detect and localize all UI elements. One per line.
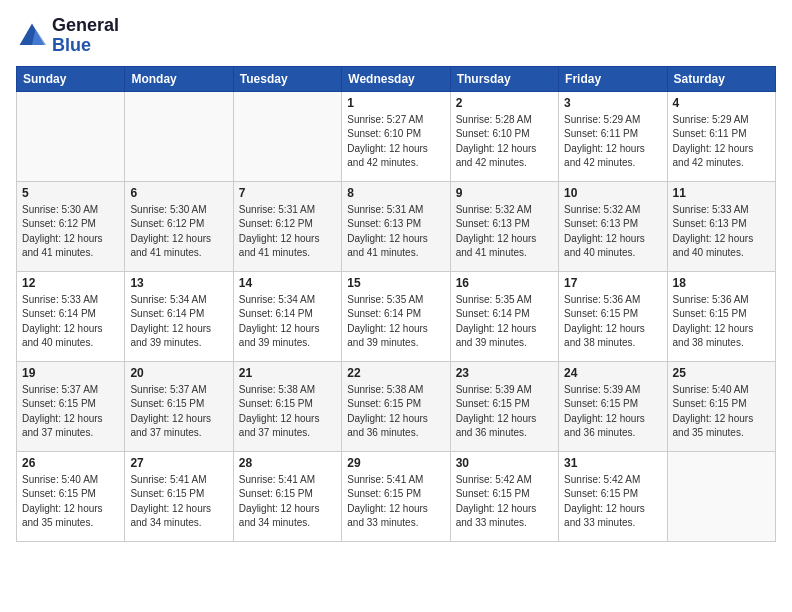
day-number: 28 — [239, 456, 336, 470]
day-info: Sunrise: 5:32 AM Sunset: 6:13 PM Dayligh… — [564, 203, 661, 261]
calendar-cell: 9Sunrise: 5:32 AM Sunset: 6:13 PM Daylig… — [450, 181, 558, 271]
calendar-cell: 3Sunrise: 5:29 AM Sunset: 6:11 PM Daylig… — [559, 91, 667, 181]
day-number: 9 — [456, 186, 553, 200]
day-info: Sunrise: 5:39 AM Sunset: 6:15 PM Dayligh… — [456, 383, 553, 441]
calendar-cell: 12Sunrise: 5:33 AM Sunset: 6:14 PM Dayli… — [17, 271, 125, 361]
calendar-cell: 10Sunrise: 5:32 AM Sunset: 6:13 PM Dayli… — [559, 181, 667, 271]
calendar-cell: 29Sunrise: 5:41 AM Sunset: 6:15 PM Dayli… — [342, 451, 450, 541]
day-number: 25 — [673, 366, 770, 380]
day-number: 31 — [564, 456, 661, 470]
day-info: Sunrise: 5:33 AM Sunset: 6:13 PM Dayligh… — [673, 203, 770, 261]
day-info: Sunrise: 5:28 AM Sunset: 6:10 PM Dayligh… — [456, 113, 553, 171]
day-info: Sunrise: 5:42 AM Sunset: 6:15 PM Dayligh… — [456, 473, 553, 531]
day-info: Sunrise: 5:30 AM Sunset: 6:12 PM Dayligh… — [130, 203, 227, 261]
day-number: 22 — [347, 366, 444, 380]
day-number: 29 — [347, 456, 444, 470]
calendar-cell: 17Sunrise: 5:36 AM Sunset: 6:15 PM Dayli… — [559, 271, 667, 361]
calendar-cell: 31Sunrise: 5:42 AM Sunset: 6:15 PM Dayli… — [559, 451, 667, 541]
day-number: 18 — [673, 276, 770, 290]
calendar-header-row: SundayMondayTuesdayWednesdayThursdayFrid… — [17, 66, 776, 91]
logo-icon — [16, 20, 48, 52]
calendar-cell: 14Sunrise: 5:34 AM Sunset: 6:14 PM Dayli… — [233, 271, 341, 361]
day-number: 11 — [673, 186, 770, 200]
calendar-cell: 16Sunrise: 5:35 AM Sunset: 6:14 PM Dayli… — [450, 271, 558, 361]
day-info: Sunrise: 5:41 AM Sunset: 6:15 PM Dayligh… — [239, 473, 336, 531]
day-info: Sunrise: 5:42 AM Sunset: 6:15 PM Dayligh… — [564, 473, 661, 531]
calendar-cell — [667, 451, 775, 541]
calendar-cell: 8Sunrise: 5:31 AM Sunset: 6:13 PM Daylig… — [342, 181, 450, 271]
day-info: Sunrise: 5:35 AM Sunset: 6:14 PM Dayligh… — [456, 293, 553, 351]
calendar-cell: 27Sunrise: 5:41 AM Sunset: 6:15 PM Dayli… — [125, 451, 233, 541]
day-number: 12 — [22, 276, 119, 290]
day-number: 27 — [130, 456, 227, 470]
calendar-cell: 28Sunrise: 5:41 AM Sunset: 6:15 PM Dayli… — [233, 451, 341, 541]
calendar-header-wednesday: Wednesday — [342, 66, 450, 91]
day-info: Sunrise: 5:36 AM Sunset: 6:15 PM Dayligh… — [564, 293, 661, 351]
day-number: 3 — [564, 96, 661, 110]
calendar-cell: 19Sunrise: 5:37 AM Sunset: 6:15 PM Dayli… — [17, 361, 125, 451]
calendar-cell: 4Sunrise: 5:29 AM Sunset: 6:11 PM Daylig… — [667, 91, 775, 181]
calendar-header-sunday: Sunday — [17, 66, 125, 91]
day-info: Sunrise: 5:41 AM Sunset: 6:15 PM Dayligh… — [130, 473, 227, 531]
day-number: 13 — [130, 276, 227, 290]
calendar-week-5: 26Sunrise: 5:40 AM Sunset: 6:15 PM Dayli… — [17, 451, 776, 541]
day-number: 2 — [456, 96, 553, 110]
day-number: 4 — [673, 96, 770, 110]
day-number: 20 — [130, 366, 227, 380]
day-number: 6 — [130, 186, 227, 200]
calendar-cell: 26Sunrise: 5:40 AM Sunset: 6:15 PM Dayli… — [17, 451, 125, 541]
day-number: 17 — [564, 276, 661, 290]
calendar-cell: 25Sunrise: 5:40 AM Sunset: 6:15 PM Dayli… — [667, 361, 775, 451]
calendar-cell: 13Sunrise: 5:34 AM Sunset: 6:14 PM Dayli… — [125, 271, 233, 361]
day-info: Sunrise: 5:35 AM Sunset: 6:14 PM Dayligh… — [347, 293, 444, 351]
calendar-cell — [233, 91, 341, 181]
day-number: 1 — [347, 96, 444, 110]
calendar-header-saturday: Saturday — [667, 66, 775, 91]
calendar-cell: 7Sunrise: 5:31 AM Sunset: 6:12 PM Daylig… — [233, 181, 341, 271]
calendar-week-2: 5Sunrise: 5:30 AM Sunset: 6:12 PM Daylig… — [17, 181, 776, 271]
calendar-cell: 22Sunrise: 5:38 AM Sunset: 6:15 PM Dayli… — [342, 361, 450, 451]
calendar-cell: 1Sunrise: 5:27 AM Sunset: 6:10 PM Daylig… — [342, 91, 450, 181]
logo: General Blue — [16, 16, 119, 56]
day-number: 21 — [239, 366, 336, 380]
day-info: Sunrise: 5:34 AM Sunset: 6:14 PM Dayligh… — [239, 293, 336, 351]
day-info: Sunrise: 5:39 AM Sunset: 6:15 PM Dayligh… — [564, 383, 661, 441]
day-info: Sunrise: 5:31 AM Sunset: 6:13 PM Dayligh… — [347, 203, 444, 261]
calendar-header-monday: Monday — [125, 66, 233, 91]
day-number: 10 — [564, 186, 661, 200]
day-info: Sunrise: 5:33 AM Sunset: 6:14 PM Dayligh… — [22, 293, 119, 351]
day-info: Sunrise: 5:29 AM Sunset: 6:11 PM Dayligh… — [673, 113, 770, 171]
calendar-week-3: 12Sunrise: 5:33 AM Sunset: 6:14 PM Dayli… — [17, 271, 776, 361]
calendar-cell: 23Sunrise: 5:39 AM Sunset: 6:15 PM Dayli… — [450, 361, 558, 451]
day-info: Sunrise: 5:38 AM Sunset: 6:15 PM Dayligh… — [239, 383, 336, 441]
day-number: 19 — [22, 366, 119, 380]
day-info: Sunrise: 5:27 AM Sunset: 6:10 PM Dayligh… — [347, 113, 444, 171]
day-number: 24 — [564, 366, 661, 380]
day-number: 14 — [239, 276, 336, 290]
calendar-cell: 2Sunrise: 5:28 AM Sunset: 6:10 PM Daylig… — [450, 91, 558, 181]
calendar-cell — [17, 91, 125, 181]
calendar-cell: 11Sunrise: 5:33 AM Sunset: 6:13 PM Dayli… — [667, 181, 775, 271]
day-number: 8 — [347, 186, 444, 200]
day-number: 7 — [239, 186, 336, 200]
day-info: Sunrise: 5:31 AM Sunset: 6:12 PM Dayligh… — [239, 203, 336, 261]
calendar-header-friday: Friday — [559, 66, 667, 91]
day-number: 30 — [456, 456, 553, 470]
day-number: 15 — [347, 276, 444, 290]
logo-text: General Blue — [52, 16, 119, 56]
calendar-table: SundayMondayTuesdayWednesdayThursdayFrid… — [16, 66, 776, 542]
day-info: Sunrise: 5:38 AM Sunset: 6:15 PM Dayligh… — [347, 383, 444, 441]
day-info: Sunrise: 5:40 AM Sunset: 6:15 PM Dayligh… — [673, 383, 770, 441]
day-info: Sunrise: 5:37 AM Sunset: 6:15 PM Dayligh… — [130, 383, 227, 441]
calendar-cell: 24Sunrise: 5:39 AM Sunset: 6:15 PM Dayli… — [559, 361, 667, 451]
day-info: Sunrise: 5:29 AM Sunset: 6:11 PM Dayligh… — [564, 113, 661, 171]
calendar-cell: 15Sunrise: 5:35 AM Sunset: 6:14 PM Dayli… — [342, 271, 450, 361]
day-number: 16 — [456, 276, 553, 290]
day-info: Sunrise: 5:36 AM Sunset: 6:15 PM Dayligh… — [673, 293, 770, 351]
calendar-cell: 21Sunrise: 5:38 AM Sunset: 6:15 PM Dayli… — [233, 361, 341, 451]
day-info: Sunrise: 5:37 AM Sunset: 6:15 PM Dayligh… — [22, 383, 119, 441]
calendar-cell: 5Sunrise: 5:30 AM Sunset: 6:12 PM Daylig… — [17, 181, 125, 271]
day-info: Sunrise: 5:40 AM Sunset: 6:15 PM Dayligh… — [22, 473, 119, 531]
day-info: Sunrise: 5:30 AM Sunset: 6:12 PM Dayligh… — [22, 203, 119, 261]
calendar-header-tuesday: Tuesday — [233, 66, 341, 91]
